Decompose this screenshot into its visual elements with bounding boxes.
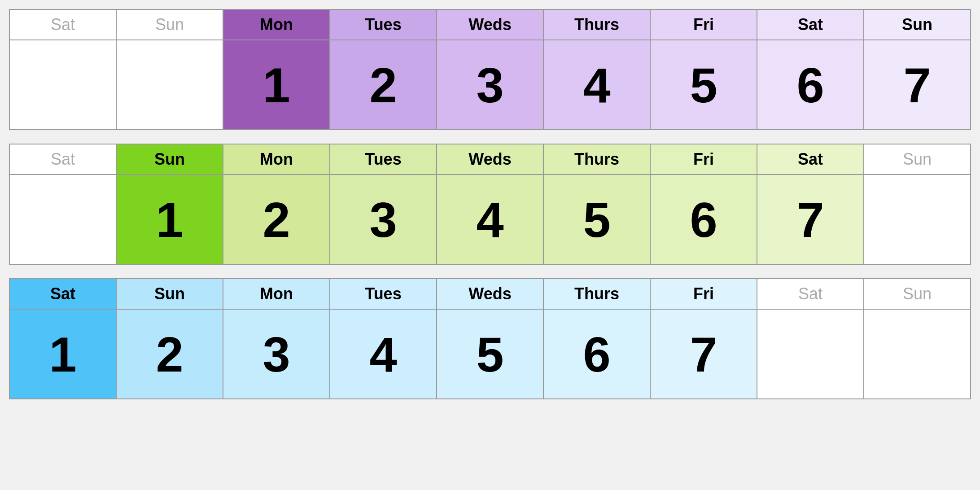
header-cell-0: Sat xyxy=(10,10,117,40)
day-cell-4[interactable]: 5 xyxy=(437,310,544,399)
day-cell-7[interactable]: 6 xyxy=(757,40,864,130)
day-cell-7[interactable] xyxy=(757,310,864,399)
day-cell-8[interactable] xyxy=(864,175,971,265)
day-cell-6[interactable]: 7 xyxy=(651,310,757,399)
day-cell-5[interactable]: 4 xyxy=(544,40,651,130)
header-cell-1: Sun xyxy=(117,144,223,175)
calendar-row-3: SatSunMonTuesWedsThursFriSatSun1234567 xyxy=(9,278,971,399)
day-cell-0[interactable]: 1 xyxy=(10,310,117,399)
header-cell-0: Sat xyxy=(10,279,117,310)
day-cell-6[interactable]: 5 xyxy=(651,40,757,130)
header-cell-2: Mon xyxy=(223,10,330,40)
calendars-container: SatSunMonTuesWedsThursFriSatSun1234567Sa… xyxy=(4,4,976,404)
header-cell-8: Sun xyxy=(864,279,971,310)
header-cell-8: Sun xyxy=(864,10,971,40)
day-cell-8[interactable] xyxy=(864,310,971,399)
day-cell-3[interactable]: 4 xyxy=(330,310,437,399)
day-cell-3[interactable]: 2 xyxy=(330,40,437,130)
header-cell-3: Tues xyxy=(330,279,437,310)
day-cell-8[interactable]: 7 xyxy=(864,40,971,130)
header-cell-1: Sun xyxy=(117,279,223,310)
day-cell-1[interactable] xyxy=(117,40,223,130)
header-cell-3: Tues xyxy=(330,144,437,175)
day-cell-5[interactable]: 5 xyxy=(544,175,651,265)
header-cell-1: Sun xyxy=(117,10,223,40)
day-cell-2[interactable]: 1 xyxy=(223,40,330,130)
header-cell-7: Sat xyxy=(757,279,864,310)
header-cell-4: Weds xyxy=(437,10,544,40)
day-cell-2[interactable]: 3 xyxy=(223,310,330,399)
day-cell-5[interactable]: 6 xyxy=(544,310,651,399)
header-cell-3: Tues xyxy=(330,10,437,40)
header-cell-5: Thurs xyxy=(544,144,651,175)
day-cell-7[interactable]: 7 xyxy=(757,175,864,265)
day-cell-2[interactable]: 2 xyxy=(223,175,330,265)
day-cell-0[interactable] xyxy=(10,40,117,130)
day-cell-4[interactable]: 4 xyxy=(437,175,544,265)
header-cell-0: Sat xyxy=(10,144,117,175)
header-cell-8: Sun xyxy=(864,144,971,175)
day-cell-0[interactable] xyxy=(10,175,117,265)
calendar-row-2: SatSunMonTuesWedsThursFriSatSun1234567 xyxy=(9,144,971,265)
header-cell-2: Mon xyxy=(223,279,330,310)
header-cell-4: Weds xyxy=(437,144,544,175)
header-cell-6: Fri xyxy=(651,10,757,40)
day-cell-1[interactable]: 1 xyxy=(117,175,223,265)
header-cell-5: Thurs xyxy=(544,279,651,310)
header-cell-7: Sat xyxy=(757,10,864,40)
day-cell-4[interactable]: 3 xyxy=(437,40,544,130)
header-cell-6: Fri xyxy=(651,279,757,310)
calendar-row-1: SatSunMonTuesWedsThursFriSatSun1234567 xyxy=(9,9,971,130)
day-cell-1[interactable]: 2 xyxy=(117,310,223,399)
day-cell-6[interactable]: 6 xyxy=(651,175,757,265)
day-cell-3[interactable]: 3 xyxy=(330,175,437,265)
header-cell-4: Weds xyxy=(437,279,544,310)
header-cell-7: Sat xyxy=(757,144,864,175)
header-cell-2: Mon xyxy=(223,144,330,175)
header-cell-6: Fri xyxy=(651,144,757,175)
header-cell-5: Thurs xyxy=(544,10,651,40)
